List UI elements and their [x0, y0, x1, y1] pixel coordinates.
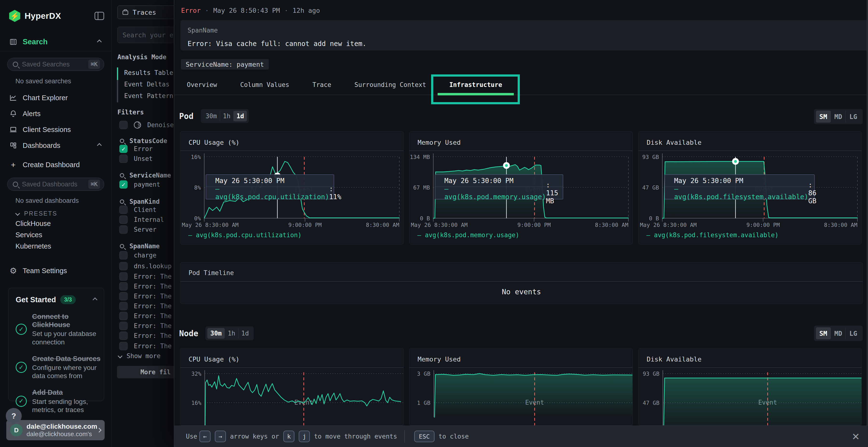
- filter-option[interactable]: Error: The cr: [119, 302, 174, 310]
- event-search-input[interactable]: Search your ev: [117, 27, 174, 43]
- search-icon[interactable]: [120, 139, 124, 143]
- sidebar-item-alerts[interactable]: Alerts: [0, 108, 112, 119]
- checkbox[interactable]: [119, 282, 128, 290]
- search-icon[interactable]: [120, 199, 124, 204]
- sidebar-item-client-sessions[interactable]: Client Sessions: [0, 124, 112, 135]
- checkbox[interactable]: [119, 226, 128, 234]
- more-filters-button[interactable]: More fil: [117, 366, 174, 378]
- pod-cpu-chart-canvas[interactable]: 16%8%0%May 26 8:30:00 AM9:00:00 PM8:30:0…: [180, 132, 403, 244]
- pod-range-1h[interactable]: 1h: [220, 111, 234, 122]
- checkbox[interactable]: [119, 262, 128, 270]
- sidebar-item-dashboards[interactable]: Dashboards: [0, 140, 112, 151]
- pod-size-lg[interactable]: LG: [846, 110, 861, 123]
- get-started-item[interactable]: ✓ Connect to ClickHouse Set up your data…: [16, 312, 97, 346]
- node-range-1d[interactable]: 1d: [239, 328, 252, 339]
- tab-overview[interactable]: Overview: [175, 74, 228, 95]
- tab-surrounding-context[interactable]: Surrounding Context: [343, 74, 438, 95]
- mode-event-deltas[interactable]: Event Deltas: [124, 81, 169, 88]
- tab-trace[interactable]: Trace: [301, 74, 343, 95]
- filter-option[interactable]: Error: The cr: [119, 322, 174, 330]
- checkbox-checked[interactable]: [119, 180, 128, 188]
- filter-option[interactable]: Error: The cr: [119, 272, 174, 281]
- pod-range-30m[interactable]: 30m: [203, 111, 220, 122]
- checkbox-checked[interactable]: [119, 145, 128, 153]
- tab-column-values[interactable]: Column Values: [228, 74, 301, 95]
- filter-option[interactable]: payment: [119, 180, 160, 188]
- saved-dashboards-input[interactable]: Saved Dashboards ⌘K: [7, 178, 104, 191]
- checkbox[interactable]: [119, 206, 128, 214]
- chevron-up-icon[interactable]: [97, 39, 102, 44]
- filter-option[interactable]: charge: [119, 251, 156, 260]
- checkbox[interactable]: [119, 312, 128, 320]
- filter-option[interactable]: Error: The cr: [119, 312, 174, 320]
- hyperdx-logo-icon[interactable]: ⚡: [9, 10, 20, 22]
- scrollbar[interactable]: [867, 0, 868, 447]
- source-select[interactable]: Traces: [117, 5, 174, 19]
- pod-memory-chart-canvas[interactable]: 134 MB67 MB0 BMay 26 8:30:00 AM9:00:00 P…: [409, 132, 632, 244]
- preset-clickhouse[interactable]: ClickHouse: [16, 220, 51, 228]
- sidebar-collapse-icon[interactable]: [94, 12, 104, 20]
- chart-legend[interactable]: — avg(k8s.pod.filesystem.available): [646, 232, 779, 239]
- checkbox[interactable]: [119, 251, 128, 260]
- filter-option[interactable]: Client: [119, 206, 156, 214]
- search-icon[interactable]: [120, 173, 124, 177]
- presets-toggle[interactable]: PRESETS: [0, 208, 112, 219]
- arrow-right-key[interactable]: →: [215, 431, 226, 442]
- user-profile-button[interactable]: D dale@clickhouse.com dale@clickhouse.co…: [6, 420, 105, 440]
- arrow-left-key[interactable]: ←: [199, 431, 211, 442]
- filter-option[interactable]: Internal: [119, 215, 164, 224]
- node-size-lg[interactable]: LG: [846, 327, 861, 339]
- sidebar-item-search[interactable]: Search: [0, 37, 112, 47]
- sidebar-item-team-settings[interactable]: ⚙ Team Settings: [0, 265, 112, 276]
- tab-infrastructure[interactable]: Infrastructure: [438, 74, 514, 95]
- checkbox[interactable]: [119, 302, 128, 310]
- filter-option[interactable]: Error: The cr: [119, 282, 174, 290]
- pod-disk-chart-canvas[interactable]: 93 GB47 GB0 BMay 26 8:30:00 AM9:00:00 PM…: [639, 132, 862, 244]
- checkbox[interactable]: [119, 272, 128, 281]
- esc-key[interactable]: ESC: [414, 431, 434, 442]
- filter-option[interactable]: Error: [119, 145, 153, 153]
- help-button[interactable]: ?: [6, 408, 22, 424]
- saved-searches-input[interactable]: Saved Searches ⌘K: [7, 58, 104, 71]
- denoise-filter-row[interactable]: Denoise Re: [119, 121, 174, 129]
- mode-results-table[interactable]: Results Table: [124, 69, 173, 76]
- preset-kubernetes[interactable]: Kubernetes: [16, 242, 51, 250]
- checkbox[interactable]: [119, 121, 128, 129]
- brand-name[interactable]: HyperDX: [25, 11, 61, 21]
- get-started-item[interactable]: ✓ Create Data Sources Configure where yo…: [16, 354, 97, 380]
- close-icon[interactable]: ✕: [851, 431, 860, 442]
- filter-option[interactable]: Error: The cr: [119, 332, 174, 340]
- mode-event-patterns[interactable]: Event Patterns: [124, 92, 174, 100]
- checkbox[interactable]: [119, 322, 128, 330]
- sidebar-item-chart-explorer[interactable]: Chart Explorer: [0, 93, 112, 103]
- chart-legend[interactable]: — avg(k8s.pod.cpu.utilization): [188, 232, 302, 239]
- search-icon[interactable]: [120, 244, 124, 248]
- pod-range-1d[interactable]: 1d: [234, 111, 247, 122]
- chevron-up-icon[interactable]: [93, 298, 97, 302]
- pod-size-md[interactable]: MD: [831, 110, 846, 123]
- checkbox[interactable]: [119, 215, 128, 224]
- checkbox[interactable]: [119, 332, 128, 340]
- checkbox[interactable]: [119, 342, 128, 350]
- pod-size-sm[interactable]: SM: [816, 110, 831, 123]
- checkbox[interactable]: [119, 154, 128, 163]
- j-key[interactable]: j: [299, 431, 310, 442]
- chevron-up-icon[interactable]: [97, 143, 102, 148]
- node-size-sm[interactable]: SM: [816, 327, 831, 339]
- preset-services[interactable]: Services: [16, 231, 42, 239]
- k-key[interactable]: k: [283, 431, 294, 442]
- node-size-md[interactable]: MD: [831, 327, 846, 339]
- filter-option[interactable]: Unset: [119, 154, 153, 163]
- node-range-1h[interactable]: 1h: [225, 328, 238, 339]
- create-dashboard-button[interactable]: + Create Dashboard: [0, 160, 112, 170]
- filter-option[interactable]: Error: The cr: [119, 342, 174, 350]
- show-more-button[interactable]: Show more: [118, 352, 161, 359]
- filter-option[interactable]: dns.lookup: [119, 262, 172, 270]
- checkbox[interactable]: [119, 292, 128, 300]
- service-name-tag[interactable]: ServiceName: payment: [181, 59, 269, 70]
- get-started-item[interactable]: ✓ Add Data Start sending logs, metrics, …: [16, 388, 97, 414]
- filter-option[interactable]: Error: The cr: [119, 292, 174, 300]
- node-range-30m[interactable]: 30m: [207, 328, 225, 339]
- chart-legend[interactable]: — avg(k8s.pod.memory.usage): [417, 232, 519, 239]
- filter-option[interactable]: Server: [119, 226, 156, 234]
